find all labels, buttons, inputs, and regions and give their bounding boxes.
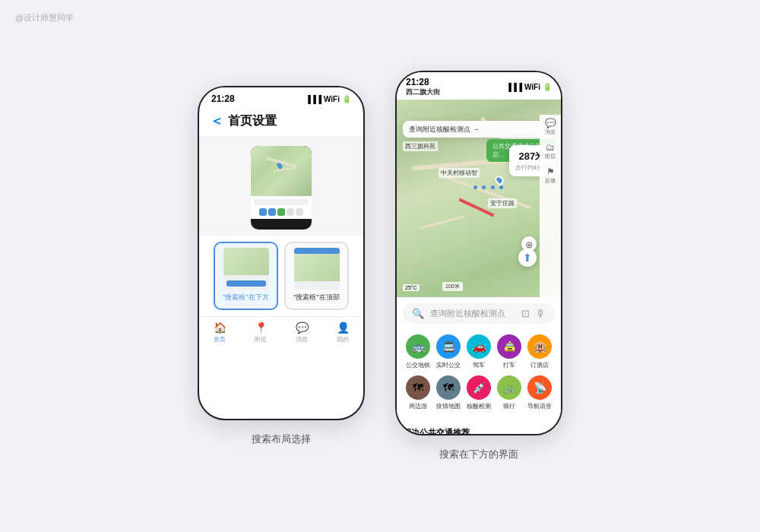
back-button[interactable]: ＜	[210, 112, 223, 130]
mini-phone-bottom	[251, 196, 312, 219]
mini-search-bar	[254, 199, 309, 205]
right-status-bar: 21:28 西二旗大街 ▐▐▐ WiFi 🔋	[397, 72, 561, 99]
right-phone-frame: 21:28 西二旗大街 ▐▐▐ WiFi 🔋 西三旗科苑	[395, 71, 562, 435]
cat-taxi[interactable]: 🚖 打车	[497, 334, 521, 369]
option-search-top[interactable]: "搜索框"在顶部	[284, 242, 349, 310]
nav-messages-icon: 💬	[296, 321, 309, 334]
option-search-bottom[interactable]: "搜索框"在下方	[214, 242, 278, 310]
nav-nearby-label: 附近	[255, 335, 267, 344]
mic-icon[interactable]: 🎙	[536, 308, 546, 319]
nav-messages[interactable]: 💬 消息	[296, 321, 309, 344]
map-road-4	[420, 215, 465, 229]
cat-subway-icon: 🚌	[406, 334, 430, 359]
mini-road-2	[274, 166, 296, 172]
route-dot-3	[491, 185, 495, 189]
left-phone-frame: 21:28 ▐▐▐ WiFi 🔋 ＜ 首页设置	[198, 86, 365, 420]
battery-icon: 🔋	[342, 95, 351, 103]
transit-close-button[interactable]: ✕	[547, 428, 555, 436]
cat-tour-label: 周边游	[409, 402, 427, 410]
cat-voice[interactable]: 📡 导航语音	[527, 375, 552, 410]
nav-home-icon: 🏠	[214, 321, 226, 334]
scale-bar: 100米	[442, 282, 463, 291]
cat-taxi-icon: 🚖	[497, 334, 521, 359]
cat-pcr-icon: 💉	[467, 375, 491, 400]
cat-tour[interactable]: 🗺 周边游	[406, 375, 430, 410]
search-placeholder-text: 查询附近核酸检测点	[430, 308, 515, 319]
nav-nearby-icon: 📍	[255, 321, 268, 334]
scan-icon[interactable]: ⊡	[521, 308, 530, 319]
cat-epidemic[interactable]: 🗺 疫情地图	[436, 375, 461, 410]
nav-home[interactable]: 🏠 首页	[214, 321, 226, 344]
mini-icon-3	[277, 208, 285, 216]
signal-icon: ▐▐▐	[306, 95, 321, 103]
sidebar-message-icon[interactable]: 💬 消息	[545, 118, 556, 136]
cat-drive[interactable]: 🚗 驾车	[467, 334, 491, 369]
nav-nearby[interactable]: 📍 附近	[255, 321, 268, 344]
transit-section: 周边公共交通推荐 ✕ 392路 等候首站发来车 608路 优先推荐 《7分钟·4…	[397, 423, 561, 435]
nav-home-label: 首页	[214, 335, 226, 344]
cat-cycling-icon: 🚲	[497, 375, 521, 400]
right-status-left: 21:28 西二旗大街	[406, 77, 440, 97]
cat-voice-icon: 📡	[527, 375, 552, 400]
cat-pcr[interactable]: 💉 核酸检测	[467, 375, 491, 410]
route-dot-1	[473, 185, 477, 189]
option-top-preview	[294, 248, 340, 290]
cat-subway[interactable]: 🚌 公交地铁	[406, 334, 430, 369]
mini-phone-container	[199, 137, 363, 236]
right-caption: 搜索在下方的界面	[439, 448, 518, 461]
nav-mine[interactable]: 👤 我的	[337, 321, 350, 344]
watermark: @设计师慧同学	[15, 12, 74, 24]
transit-title: 周边公共交通推荐	[403, 427, 470, 435]
option-top-label: "搜索框"在顶部	[293, 293, 339, 302]
layout-options-row: "搜索框"在下方 "搜索框"在顶部	[199, 236, 363, 316]
left-status-icons: ▐▐▐ WiFi 🔋	[306, 95, 351, 103]
cat-hotel[interactable]: 🏨 订酒店	[527, 334, 552, 369]
cat-epidemic-icon: 🗺	[436, 375, 461, 400]
search-bar[interactable]: 🔍 查询附近核酸检测点 ⊡ 🎙	[403, 303, 555, 324]
cat-realtime[interactable]: 🚍 实时公交	[436, 334, 461, 369]
left-nav-bar: 🏠 首页 📍 附近 💬 消息 👤 我的	[199, 316, 363, 347]
map-label-2: 中关村移动智	[439, 168, 480, 178]
nav-mine-label: 我的	[337, 335, 349, 344]
map-right-sidebar: 💬 消息 🗂 图层 ⚑ 反馈	[540, 115, 561, 297]
right-status-time: 21:28	[406, 77, 440, 87]
right-phone-section: 21:28 西二旗大街 ▐▐▐ WiFi 🔋 西三旗科苑	[395, 71, 562, 461]
nav-mine-icon: 👤	[337, 321, 350, 334]
left-status-time: 21:28	[211, 93, 235, 104]
cat-cycling[interactable]: 🚲 骑行	[497, 375, 521, 410]
cat-subway-label: 公交地铁	[406, 361, 430, 369]
sidebar-feedback-label: 反馈	[545, 177, 556, 185]
cat-tour-icon: 🗺	[406, 375, 430, 400]
mini-icon-5	[296, 208, 303, 216]
mini-phone-preview	[251, 146, 312, 230]
mini-icons-row	[254, 208, 309, 216]
search-section: 🔍 查询附近核酸检测点 ⊡ 🎙	[397, 297, 561, 330]
page-title: 首页设置	[228, 113, 277, 129]
option-map-bg2	[294, 254, 340, 281]
sidebar-feedback-icon[interactable]: ⚑ 反馈	[545, 166, 556, 185]
sidebar-layers-icon[interactable]: 🗂 图层	[545, 142, 556, 160]
cat-realtime-label: 实时公交	[436, 361, 461, 369]
temperature-badge: 25°C	[403, 284, 420, 291]
cat-hotel-label: 订酒店	[530, 361, 549, 369]
cat-cycling-label: 骑行	[503, 402, 515, 410]
map-label-1: 西三旗科苑	[403, 141, 438, 151]
cat-pcr-label: 核酸检测	[467, 402, 491, 410]
cat-voice-label: 导航语音	[527, 402, 552, 410]
notif-text: 查询附近核酸检测点 →	[409, 125, 480, 135]
search-icon: 🔍	[412, 308, 424, 319]
settings-header: ＜ 首页设置	[199, 107, 363, 137]
location-button[interactable]: ⬆	[518, 249, 537, 267]
sidebar-layers-label: 图层	[545, 153, 556, 160]
cat-realtime-icon: 🚍	[436, 334, 461, 359]
categories-section: 🚌 公交地铁 🚍 实时公交 🚗 驾车 🚖 打车	[397, 330, 561, 421]
option-bar-top-vis	[294, 248, 340, 254]
left-phone-section: 21:28 ▐▐▐ WiFi 🔋 ＜ 首页设置	[198, 86, 365, 446]
left-caption: 搜索布局选择	[252, 432, 311, 446]
cat-hotel-icon: 🏨	[527, 334, 552, 359]
cat-epidemic-label: 疫情地图	[436, 402, 461, 410]
option-bottom-preview	[223, 248, 269, 290]
cat-row-2: 🗺 周边游 🗺 疫情地图 💉 核酸检测 🚲 骑行	[403, 375, 555, 410]
main-container: 21:28 ▐▐▐ WiFi 🔋 ＜ 首页设置	[0, 0, 760, 532]
route-dot-4	[499, 185, 503, 189]
